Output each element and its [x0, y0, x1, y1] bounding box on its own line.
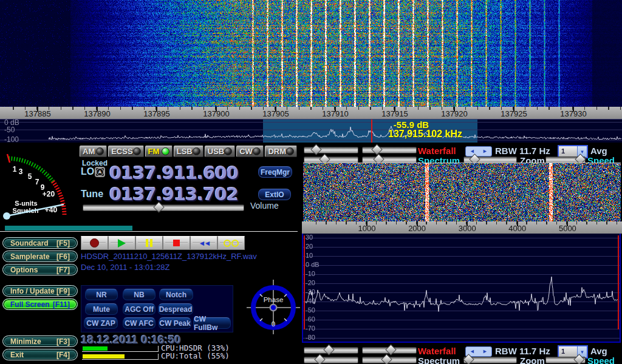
rewind-icon: ◄◄ [199, 239, 210, 248]
mode-button-usb[interactable]: USB [205, 146, 235, 157]
despread-button[interactable]: Despread [158, 303, 193, 315]
mode-led-icon [286, 147, 294, 155]
mode-button-am[interactable]: AM [80, 146, 107, 157]
cw-zap-button[interactable]: CW ZAP [84, 317, 118, 329]
record-button[interactable] [81, 236, 108, 250]
spinner-right-arrow-icon[interactable]: ► [482, 149, 488, 154]
major-tick [567, 221, 568, 226]
button-hotkey: [F6] [56, 252, 70, 261]
mode-label: ECSS [111, 147, 132, 156]
waterfall-upper-limit-slider[interactable] [304, 147, 358, 153]
squelch-level-bar[interactable] [5, 226, 132, 231]
mode-button-fm[interactable]: FM [145, 146, 173, 157]
major-tick [394, 107, 395, 112]
speed-label-2: Speed [587, 356, 615, 364]
mode-button-ecss[interactable]: ECSS [108, 146, 143, 157]
major-tick [417, 221, 418, 226]
spinner-right-arrow-icon[interactable]: ► [482, 349, 488, 354]
rewind-button[interactable]: ◄◄ [190, 236, 217, 250]
play-button[interactable] [108, 236, 135, 250]
lo-assign-button[interactable]: A [95, 167, 105, 177]
lo-frequency-readout[interactable]: 0137.911.600 [109, 163, 238, 183]
spectrum-upper-limit-slider-2[interactable] [304, 357, 358, 363]
mode-led-icon [133, 147, 141, 155]
button-label: Samplerate [10, 252, 50, 261]
spinner-left-arrow-icon[interactable]: ◄ [470, 349, 475, 354]
mode-button-cw[interactable]: CW [236, 146, 264, 157]
button-label: Exit [10, 351, 24, 359]
mute-button[interactable]: Mute [85, 303, 118, 315]
spectrum-tab-label-2[interactable]: Spectrum [418, 356, 460, 364]
s-meter-tick-label: 7 [35, 178, 39, 186]
avg-label: Avg [590, 146, 607, 156]
pause-icon [146, 239, 152, 247]
rf-spectrum-display[interactable]: 0 dB -50 -100 -55.9 dB 137,915.102 kHz [0, 119, 622, 143]
minimize-button[interactable]: Minimize[F3] [2, 335, 78, 347]
slider-thumb[interactable] [311, 144, 322, 155]
major-tick [513, 107, 514, 112]
exit-button[interactable]: Exit[F4] [2, 349, 78, 360]
tune-label: Tune [81, 189, 103, 200]
waterfall-tab-label[interactable]: Waterfall [418, 146, 456, 156]
tune-cursor-line[interactable] [371, 120, 372, 143]
af-frequency-scale[interactable]: 10002000300040005000 [302, 221, 622, 234]
af-waterfall-display[interactable] [303, 163, 621, 221]
button-hotkey: [F11] [53, 300, 70, 309]
spectrum-lower-limit-slider-2[interactable] [362, 357, 417, 363]
mode-button-lsb[interactable]: LSB [174, 146, 203, 157]
s-meter: 1 3 5 7 9 +20 +40 S-units Squelch [0, 146, 78, 223]
cw-fullbw-button[interactable]: CW FullBw [193, 317, 231, 329]
cpu-hdsdr-bar [82, 346, 159, 352]
cw-peak-button[interactable]: CW Peak [159, 317, 191, 329]
mode-button-drm[interactable]: DRM [265, 146, 297, 157]
samplerate-button[interactable]: Samplerate[F6] [2, 251, 78, 262]
mode-led-icon [253, 147, 261, 155]
rf-frequency-scale[interactable]: 1378851378901378951379001379051379101379… [0, 107, 622, 119]
major-tick [573, 107, 574, 112]
pause-button[interactable] [135, 236, 163, 250]
s-meter-tick-label: 3 [19, 167, 23, 176]
volume-slider[interactable] [83, 204, 244, 211]
mode-led-icon [224, 147, 232, 155]
button-hotkey: [F7] [56, 266, 70, 274]
zoom-slider-2[interactable] [463, 357, 517, 363]
soundcard-button[interactable]: Soundcard[F5] [2, 237, 78, 249]
info-update-button[interactable]: Info / Update[F9] [2, 285, 78, 297]
lo-label: LO [81, 166, 94, 177]
waterfall-tab-label-2[interactable]: Waterfall [418, 346, 456, 356]
major-tick [156, 107, 157, 112]
major-tick [366, 221, 367, 226]
s-meter-tick-label: +20 [43, 190, 55, 198]
options-button[interactable]: Options[F7] [2, 264, 78, 275]
waterfall-lower-limit-slider[interactable] [362, 147, 417, 153]
nr-button[interactable]: NR [85, 289, 118, 300]
waterfall-lower-limit-slider-2[interactable] [362, 347, 417, 354]
record-icon [90, 238, 99, 248]
rbw-label-2: RBW 11.7 Hz [495, 346, 550, 356]
rf-waterfall-display[interactable] [0, 0, 622, 107]
volume-label: Volume [250, 201, 279, 211]
major-tick [97, 107, 98, 112]
agc-off-button[interactable]: AGC Off [123, 303, 156, 315]
freqmgr-button[interactable]: FreqMgr [258, 166, 292, 178]
notch-button[interactable]: Notch [159, 289, 193, 300]
s-units-label: S-units [15, 200, 37, 207]
slider-thumb[interactable] [314, 354, 325, 364]
nb-button[interactable]: NB [123, 289, 156, 300]
loop-button[interactable] [217, 236, 245, 250]
af-spectrum-display[interactable]: 3020100 dB-10-20-30-40-50-60-70-80 [302, 234, 621, 343]
tune-frequency-readout[interactable]: 0137.913.702 [109, 184, 238, 204]
button-hotkey: [F4] [56, 351, 70, 359]
button-label: Minimize [10, 337, 41, 346]
full-screen-button[interactable]: Full Screen[F11] [2, 298, 78, 310]
speed-slider-2[interactable] [545, 357, 586, 363]
slider-thumb[interactable] [323, 344, 334, 355]
waterfall-upper-limit-slider-2[interactable] [304, 347, 358, 354]
rbw-spinner[interactable]: ◄ ► [465, 146, 492, 157]
slider-thumb[interactable] [371, 144, 382, 155]
cursor-frequency-readout: 137,915.102 kHz [388, 129, 462, 140]
extio-button[interactable]: ExtIO [258, 189, 291, 200]
cw-afc-button[interactable]: CW AFC [123, 317, 156, 329]
mode-label: AM [83, 147, 95, 156]
stop-button[interactable] [163, 236, 190, 250]
